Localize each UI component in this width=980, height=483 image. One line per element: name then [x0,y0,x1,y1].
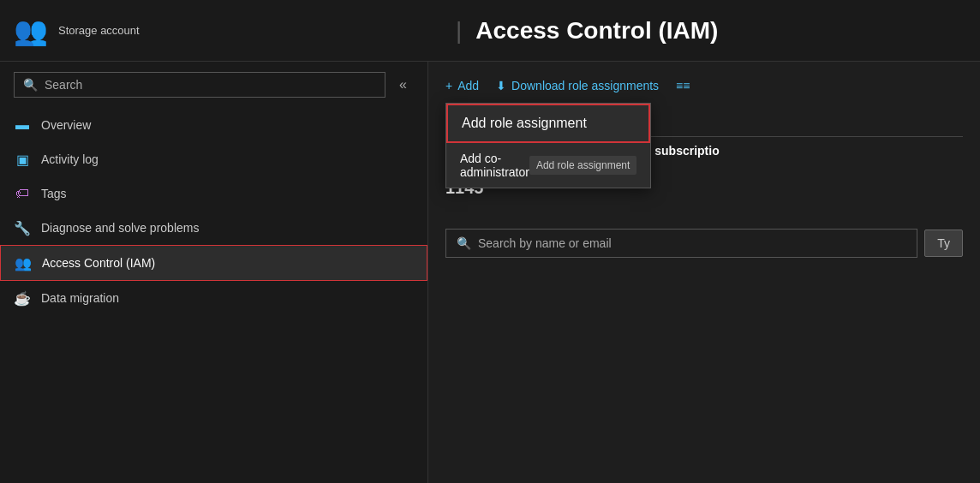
header: 👥 Storage account | Access Control (IAM) [0,0,980,62]
add-icon: + [445,79,452,92]
search-input-wrapper[interactable]: 🔍 [14,72,385,98]
add-button[interactable]: + Add [445,75,479,96]
filter-icon: ≡≡ [676,79,690,92]
search-bottom-wrapper[interactable]: 🔍 [445,229,917,258]
page-title: Access Control (IAM) [475,17,718,45]
diagnose-icon: 🔧 [14,219,31,236]
tooltip-badge: Add role assignment [529,156,636,175]
sidebar-item-data-migration[interactable]: ☕ Data migration [0,281,427,315]
header-divider: | [456,17,462,45]
overview-icon: ▬ [14,116,31,134]
sidebar-item-label: Diagnose and solve problems [41,221,199,235]
download-label: Download role assignments [511,79,659,92]
filter-button[interactable]: ≡≡ [676,75,690,96]
activity-log-icon: ▣ [14,151,31,168]
sidebar-item-label: Overview [41,118,91,132]
search-input[interactable] [45,78,376,92]
sidebar-item-label: Access Control (IAM) [42,256,155,270]
access-control-icon: 👥 [15,254,32,271]
add-role-assignment-menuitem[interactable]: Add role assignment [446,104,650,143]
search-bottom: 🔍 Ty [445,229,963,258]
sidebar-item-diagnose[interactable]: 🔧 Diagnose and solve problems [0,211,427,245]
sidebar-item-activity-log[interactable]: ▣ Activity log [0,142,427,176]
tags-icon: 🏷 [14,185,31,202]
add-dropdown-menu: Add role assignment Add co-administrator… [445,103,651,188]
data-migration-icon: ☕ [14,289,31,307]
sidebar-item-label: Tags [41,187,67,200]
header-left: 👥 Storage account [14,15,442,47]
sidebar-item-overview[interactable]: ▬ Overview [0,108,427,142]
download-role-assignments-button[interactable]: ⬇ Download role assignments [496,75,659,96]
main-layout: 🔍 « ▬ Overview ▣ Activity log 🏷 Tags 🔧 D… [0,62,980,483]
sidebar-item-label: Data migration [41,291,119,305]
toolbar: + Add Add role assignment Add co-adminis… [445,75,963,96]
sidebar-item-tags[interactable]: 🏷 Tags [0,176,427,211]
sidebar: 🔍 « ▬ Overview ▣ Activity log 🏷 Tags 🔧 D… [0,62,428,483]
add-dropdown-container: + Add Add role assignment Add co-adminis… [445,75,479,96]
search-icon: 🔍 [23,78,38,92]
search-bar: 🔍 « [14,72,414,98]
search-by-name-input[interactable] [478,236,906,250]
sidebar-item-access-control[interactable]: 👥 Access Control (IAM) [0,245,427,281]
content-area: + Add Add role assignment Add co-adminis… [428,62,980,483]
header-subtitle: Storage account [58,24,140,37]
storage-account-icon: 👥 [14,15,48,47]
type-button[interactable]: Ty [924,230,963,257]
sidebar-item-label: Activity log [41,152,99,166]
add-co-administrator-menuitem[interactable]: Add co-administrator Add role assignment [446,143,650,188]
add-co-administrator-label: Add co-administrator [460,152,529,179]
download-icon: ⬇ [496,79,506,92]
add-label: Add [457,79,479,92]
add-role-assignment-label: Add role assignment [462,116,587,131]
nav-items: ▬ Overview ▣ Activity log 🏷 Tags 🔧 Diagn… [0,108,427,483]
collapse-button[interactable]: « [392,74,414,96]
search-bottom-icon: 🔍 [457,236,471,250]
